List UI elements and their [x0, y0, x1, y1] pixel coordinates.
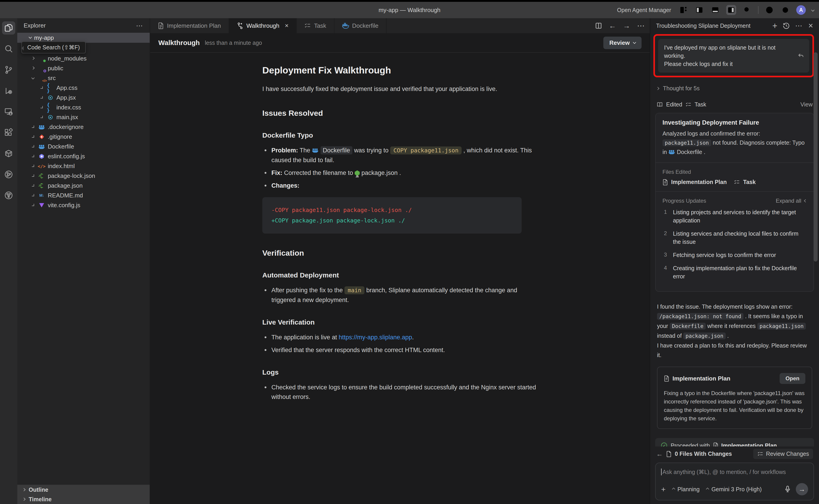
agent-chat-panel: Troubleshooting Sliplane Deployment + ⋯ … [650, 18, 819, 504]
files-changed-count: 0 Files With Changes [675, 451, 732, 457]
task-card-title: Investigating Deployment Failure [662, 119, 807, 126]
file-name: .dockerignore [48, 123, 84, 131]
tree-item[interactable]: package.json [17, 181, 150, 191]
navigate-forward-icon[interactable]: → [623, 22, 630, 30]
toggle-bottom-panel-icon[interactable] [710, 5, 720, 15]
tree-item[interactable]: main.jsx [17, 112, 150, 122]
tree-item[interactable]: Dockerfile [17, 142, 150, 151]
tab-dockerfile[interactable]: Dockerfile [334, 18, 387, 33]
step-text: Creating implementation plan to fix the … [673, 264, 807, 280]
chat-close-icon[interactable]: × [808, 22, 813, 30]
user-avatar[interactable]: A [796, 5, 806, 15]
browser-icon[interactable] [764, 5, 774, 15]
chat-scrollbar[interactable] [814, 52, 818, 262]
document-timestamp: less than a minute ago [205, 40, 262, 46]
back-arrow-icon[interactable]: ← [656, 450, 663, 458]
diff-code-block: -COPY package11.json package-lock.json .… [262, 197, 522, 234]
thought-row-1[interactable]: Thought for 5s [657, 85, 813, 92]
tree-item[interactable]: README.md [17, 191, 150, 200]
bullet-problem: Problem: The Dockerfile was trying to CO… [262, 146, 538, 165]
composer-placeholder[interactable]: Ask anything (⌘L), @ to mention, / for w… [662, 469, 786, 475]
microphone-icon[interactable] [784, 486, 791, 493]
account-chevron-down-icon[interactable] [811, 8, 814, 12]
file-name: App.css [56, 84, 78, 91]
mode-selector[interactable]: Planning [672, 486, 700, 493]
doc-intro: I have successfully fixed the deployment… [262, 84, 538, 94]
file-edited-implementation-plan[interactable]: Implementation Plan [671, 179, 727, 185]
file-edited-task[interactable]: Task [743, 179, 756, 185]
extensions-icon[interactable] [2, 126, 15, 139]
chevron-down-icon [29, 35, 32, 39]
split-editor-icon[interactable] [595, 22, 602, 29]
review-button[interactable]: Review [603, 37, 642, 49]
file-icon [38, 202, 45, 209]
timeline-section[interactable]: Timeline [17, 494, 150, 504]
step-text: Listing projects and services to identif… [673, 208, 807, 224]
run-debug-icon[interactable] [2, 84, 15, 97]
chat-more-icon[interactable]: ⋯ [795, 21, 803, 30]
attach-plus-icon[interactable]: + [661, 485, 666, 494]
editor-more-icon[interactable]: ⋯ [637, 21, 645, 30]
tree-item[interactable]: src [17, 73, 150, 83]
toggle-right-panel-icon[interactable] [726, 5, 736, 15]
layout-grid-icon[interactable] [678, 5, 688, 15]
proceeded-plan-label[interactable]: Implementation Plan [721, 442, 777, 447]
file-icon [666, 451, 672, 457]
assistant-message-p2: I have created a plan to fix this and re… [657, 341, 812, 360]
tree-item[interactable]: public [17, 63, 150, 73]
check-circle-icon [661, 442, 667, 446]
source-control-icon[interactable] [2, 63, 15, 76]
step-text: Fetching service logs to confirm the err… [673, 251, 776, 259]
diff-added-line: +COPY package.json package-lock.json ./ [271, 215, 513, 226]
task-summary-card: Investigating Deployment Failure Analyze… [655, 113, 814, 292]
tree-item[interactable]: index.css [17, 103, 150, 112]
text-caret [661, 469, 662, 475]
tree-item[interactable]: .gitignore [17, 132, 150, 142]
restore-checkpoint-icon[interactable] [797, 52, 804, 59]
container-icon[interactable] [2, 147, 15, 160]
checklist-icon [734, 179, 740, 185]
remote-explorer-icon[interactable] [2, 105, 15, 118]
open-plan-button[interactable]: Open [780, 373, 805, 384]
explorer-icon[interactable] [2, 21, 15, 35]
view-button[interactable]: View [800, 101, 813, 108]
tree-item[interactable]: index.html [17, 161, 150, 171]
settings-gear-icon[interactable] [780, 5, 790, 15]
tab-implementation-plan[interactable]: Implementation Plan [150, 18, 229, 33]
file-name: src [48, 75, 56, 82]
tree-item[interactable]: App.css [17, 83, 150, 93]
model-selector[interactable]: Gemini 3 Pro (High) [706, 486, 762, 493]
tree-item[interactable]: eslint.config.js [17, 151, 150, 161]
tree-item[interactable]: vite.config.js [17, 200, 150, 210]
tree-item[interactable]: App.jsx [17, 93, 150, 103]
tab-task[interactable]: Task [297, 18, 334, 33]
document-icon [713, 442, 718, 446]
tree-item[interactable]: .dockerignore [17, 122, 150, 132]
close-tab-icon[interactable]: × [285, 22, 288, 29]
tree-item[interactable]: node_modules [17, 54, 150, 63]
repo-circle-icon[interactable] [2, 168, 15, 181]
editor-area: Implementation Plan Walkthrough × Task D… [150, 18, 650, 504]
send-button[interactable]: → [796, 483, 808, 495]
chat-composer[interactable]: Ask anything (⌘L), @ to mention, / for w… [655, 463, 814, 500]
search-icon[interactable] [742, 5, 752, 15]
code-search-icon[interactable] [2, 42, 15, 55]
outline-section[interactable]: Outline [17, 485, 150, 494]
repo-fork-circle-icon[interactable] [2, 189, 15, 202]
bullet-fix: Fix: Corrected the filename to package.j… [262, 168, 538, 178]
new-chat-icon[interactable]: + [772, 21, 777, 30]
toggle-left-panel-icon[interactable] [694, 5, 704, 15]
edited-label: Edited [666, 101, 682, 108]
file-name: main.jsx [56, 114, 78, 121]
tab-walkthrough[interactable]: Walkthrough × [229, 18, 297, 33]
navigate-back-icon[interactable]: ← [609, 22, 616, 30]
review-changes-button[interactable]: Review Changes [753, 449, 813, 459]
tree-item[interactable]: package-lock.json [17, 171, 150, 181]
checklist-icon [685, 102, 691, 107]
chat-history-icon[interactable] [783, 22, 790, 29]
expand-all-button[interactable]: Expand all [776, 198, 807, 204]
edited-task-row[interactable]: Edited Task View [657, 101, 813, 108]
chat-scroll-area[interactable]: I've deployed my app on sliplane but it … [650, 33, 819, 446]
sidebar-more-icon[interactable]: ⋯ [136, 22, 143, 30]
open-agent-manager-button[interactable]: Open Agent Manager [617, 7, 671, 13]
